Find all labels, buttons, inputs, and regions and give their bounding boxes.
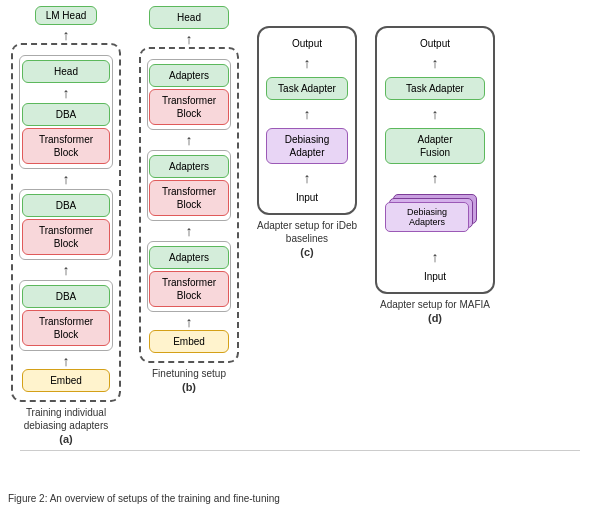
adapters-block-b2: Adapters (149, 155, 229, 178)
separator-line (20, 450, 580, 451)
output-label-c: Output (292, 38, 322, 49)
caption-c: Adapter setup for iDeb baselines (c) (255, 219, 360, 259)
arrow-d-bot: ↑ (432, 250, 439, 264)
adapters-block-b1: Adapters (149, 64, 229, 87)
panel-d-solid: Output ↑ Task Adapter ↑ AdapterFusion ↑ … (375, 26, 495, 294)
debiasing-adapter-block-c: DebiasingAdapter (266, 128, 348, 164)
arrow-c-top: ↑ (304, 56, 311, 70)
group-mid-b: Adapters TransformerBlock (147, 150, 231, 221)
arrow-b-embed: ↑ (186, 315, 193, 329)
transformer-block-b1: TransformerBlock (149, 89, 229, 125)
dba-block-a1: DBA (22, 103, 110, 126)
panel-b-dashed: Adapters TransformerBlock ↑ Adapters Tra… (139, 47, 239, 363)
caption-a: Training individual debiasing adapters (… (11, 406, 121, 446)
panel-b: Head ↑ Adapters TransformerBlock ↑ Adapt… (134, 6, 244, 394)
input-label-c: Input (296, 192, 318, 203)
panel-a-dashed: Head ↑ DBA TransformerBlock ↑ DBA Transf… (11, 43, 121, 402)
head-block-b-outer: Head (149, 6, 229, 29)
task-adapter-block-d: Task Adapter (385, 77, 485, 100)
panel-c: Output ↑ Task Adapter ↑ DebiasingAdapter… (252, 26, 362, 259)
transformer-block-b2: TransformerBlock (149, 180, 229, 216)
figure-caption: Figure 2: An overview of setups of the t… (8, 492, 592, 506)
arrow-up-a1: ↑ (63, 28, 70, 42)
head-block-a: Head (22, 60, 110, 83)
arrow-c-bot: ↑ (304, 171, 311, 185)
panel-a: LM Head ↑ Head ↑ DBA TransformerBlock ↑ … (6, 6, 126, 446)
transformer-block-b3: TransformerBlock (149, 271, 229, 307)
embed-block-b: Embed (149, 330, 229, 353)
group-bot-a: DBA TransformerBlock (19, 280, 113, 351)
arrow-a-embed: ↑ (63, 354, 70, 368)
arrow-b-top: ↑ (186, 32, 193, 46)
group-top-b: Adapters TransformerBlock (147, 59, 231, 130)
arrow-b-mid1: ↑ (186, 133, 193, 147)
task-adapter-block-c: Task Adapter (266, 77, 348, 100)
lm-head-block: LM Head (35, 6, 98, 25)
group-bot-b: Adapters TransformerBlock (147, 241, 231, 312)
caption-b: Finetuning setup (b) (152, 367, 226, 394)
arrow-a-bot: ↑ (63, 263, 70, 277)
arrow-a-mid: ↑ (63, 172, 70, 186)
caption-d: Adapter setup for MAFIA (d) (380, 298, 490, 325)
dba-block-a2: DBA (22, 194, 110, 217)
panel-c-solid: Output ↑ Task Adapter ↑ DebiasingAdapter… (257, 26, 357, 215)
stacked-adapters-container: DebiasingAdapters (385, 194, 485, 236)
output-label-d: Output (420, 38, 450, 49)
arrow-d-top: ↑ (432, 56, 439, 70)
group-mid-a: DBA TransformerBlock (19, 189, 113, 260)
arrow-b-mid2: ↑ (186, 224, 193, 238)
arrow-d-mid1: ↑ (432, 107, 439, 121)
input-label-d: Input (424, 271, 446, 282)
dba-block-a3: DBA (22, 285, 110, 308)
transformer-block-a3: TransformerBlock (22, 310, 110, 346)
debiasing-adapters-block-d: DebiasingAdapters (385, 202, 469, 232)
arrow-d-mid2: ↑ (432, 171, 439, 185)
adapter-fusion-block-d: AdapterFusion (385, 128, 485, 164)
transformer-block-a2: TransformerBlock (22, 219, 110, 255)
embed-block-a: Embed (22, 369, 110, 392)
panel-d: Output ↑ Task Adapter ↑ AdapterFusion ↑ … (370, 26, 500, 325)
adapters-block-b3: Adapters (149, 246, 229, 269)
group-top-a: Head ↑ DBA TransformerBlock (19, 55, 113, 169)
arrow-a-g1: ↑ (63, 86, 70, 100)
transformer-block-a1: TransformerBlock (22, 128, 110, 164)
arrow-c-mid: ↑ (304, 107, 311, 121)
